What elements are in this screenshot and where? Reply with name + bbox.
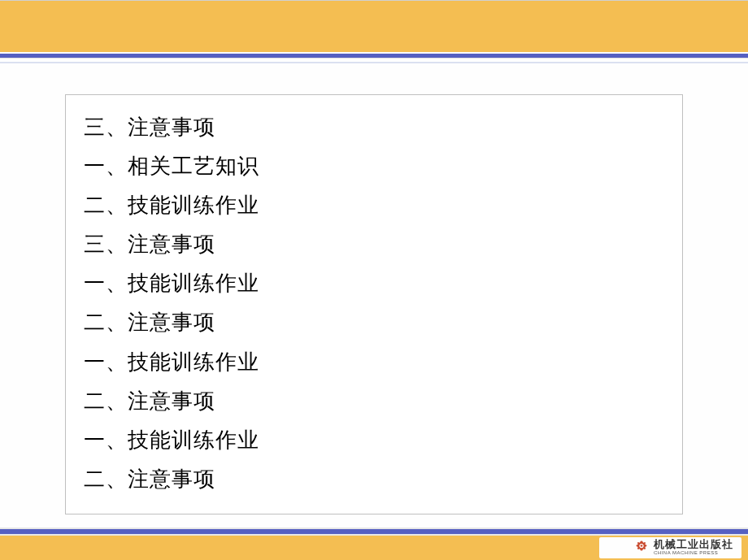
list-item: 二、注意事项 (84, 303, 664, 342)
list-item: 一、技能训练作业 (84, 343, 664, 382)
svg-point-1 (641, 545, 643, 547)
list-item: 三、注意事项 (84, 225, 664, 264)
header-blue-divider (0, 52, 748, 59)
footer-blue-bar (0, 527, 748, 536)
publisher-name-en: CHINA MACHINE PRESS (654, 550, 733, 555)
list-item: 一、相关工艺知识 (84, 147, 664, 186)
content-box: 三、注意事项 一、相关工艺知识 二、技能训练作业 三、注意事项 一、技能训练作业… (65, 94, 683, 514)
publisher-name-cn: 机械工业出版社 (654, 539, 733, 549)
header-gold-bar (0, 0, 748, 52)
content-area: 三、注意事项 一、相关工艺知识 二、技能训练作业 三、注意事项 一、技能训练作业… (0, 63, 748, 514)
list-item: 二、注意事项 (84, 460, 664, 499)
list-item: 一、技能训练作业 (84, 264, 664, 303)
list-item: 三、注意事项 (84, 108, 664, 147)
gear-icon (634, 540, 649, 554)
publisher-text: 机械工业出版社 CHINA MACHINE PRESS (654, 539, 733, 555)
publisher-logo: 机械工业出版社 CHINA MACHINE PRESS (634, 539, 733, 555)
list-item: 一、技能训练作业 (84, 421, 664, 460)
list-item: 二、技能训练作业 (84, 186, 664, 225)
list-item: 二、注意事项 (84, 382, 664, 421)
